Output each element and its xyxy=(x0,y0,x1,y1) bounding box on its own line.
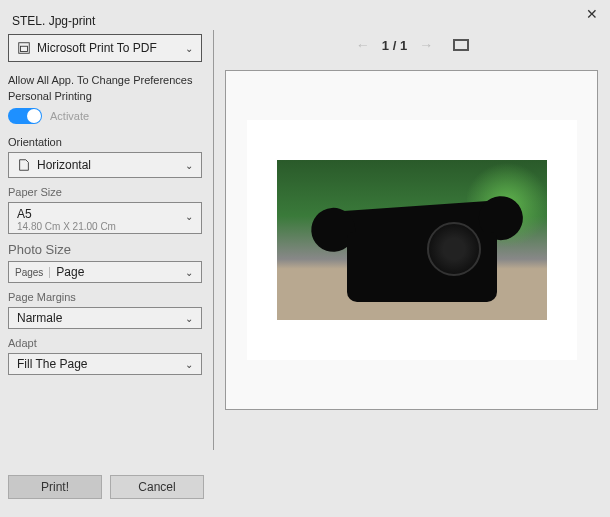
paper-size-label: Paper Size xyxy=(8,186,208,198)
adapt-selected-label: Fill The Page xyxy=(17,357,185,371)
chevron-down-icon: ⌄ xyxy=(185,313,193,324)
svg-rect-1 xyxy=(21,46,28,51)
photo-size-label: Photo Size xyxy=(8,242,208,257)
preview-box xyxy=(225,70,598,410)
preview-area: ← 1 / 1 → xyxy=(225,30,600,460)
activate-toggle[interactable] xyxy=(8,108,42,124)
print-button[interactable]: Print! xyxy=(8,475,102,499)
printer-select[interactable]: Microsoft Print To PDF ⌄ xyxy=(8,34,202,62)
next-page-icon[interactable]: → xyxy=(419,37,433,53)
page-icon xyxy=(17,158,31,172)
action-buttons: Print! Cancel xyxy=(8,475,204,499)
preview-page xyxy=(247,120,577,360)
fullscreen-icon[interactable] xyxy=(453,39,469,51)
photo-size-prefix: Pages xyxy=(9,267,50,278)
chevron-down-icon: ⌄ xyxy=(185,211,193,222)
adapt-label: Adapt xyxy=(8,337,208,349)
divider xyxy=(213,30,214,450)
window-title: STEL. Jpg-print xyxy=(12,14,95,28)
chevron-down-icon: ⌄ xyxy=(185,160,193,171)
orientation-select[interactable]: Horizontal ⌄ xyxy=(8,152,202,178)
photo-size-selected-label: Page xyxy=(50,265,185,279)
printer-selected-label: Microsoft Print To PDF xyxy=(37,41,185,55)
page-navigation: ← 1 / 1 → xyxy=(225,30,600,60)
paper-size-dimensions: 14.80 Cm X 21.00 Cm xyxy=(17,221,193,232)
chevron-down-icon: ⌄ xyxy=(185,359,193,370)
page-margins-selected-label: Narmale xyxy=(17,311,185,325)
permissions-label-2: Personal Printing xyxy=(8,90,208,102)
orientation-selected-label: Horizontal xyxy=(37,158,185,172)
chevron-down-icon: ⌄ xyxy=(185,43,193,54)
adapt-select[interactable]: Fill The Page ⌄ xyxy=(8,353,202,375)
page-indicator: 1 / 1 xyxy=(382,38,407,53)
printer-icon xyxy=(17,41,31,55)
cancel-button[interactable]: Cancel xyxy=(110,475,204,499)
close-icon[interactable]: ✕ xyxy=(582,4,602,24)
permissions-label: Allow All App. To Change Preferences xyxy=(8,74,208,86)
paper-size-selected-label: A5 xyxy=(17,207,193,221)
activate-label: Activate xyxy=(50,110,89,122)
settings-sidebar: Microsoft Print To PDF ⌄ Allow All App. … xyxy=(8,34,208,454)
orientation-label: Orientation xyxy=(8,136,208,148)
prev-page-icon[interactable]: ← xyxy=(356,37,370,53)
photo-size-select[interactable]: Pages Page ⌄ xyxy=(8,261,202,283)
page-margins-label: Page Margins xyxy=(8,291,208,303)
preview-photo xyxy=(277,160,547,320)
page-margins-select[interactable]: Narmale ⌄ xyxy=(8,307,202,329)
paper-size-select[interactable]: A5 14.80 Cm X 21.00 Cm ⌄ xyxy=(8,202,202,234)
chevron-down-icon: ⌄ xyxy=(185,267,201,278)
